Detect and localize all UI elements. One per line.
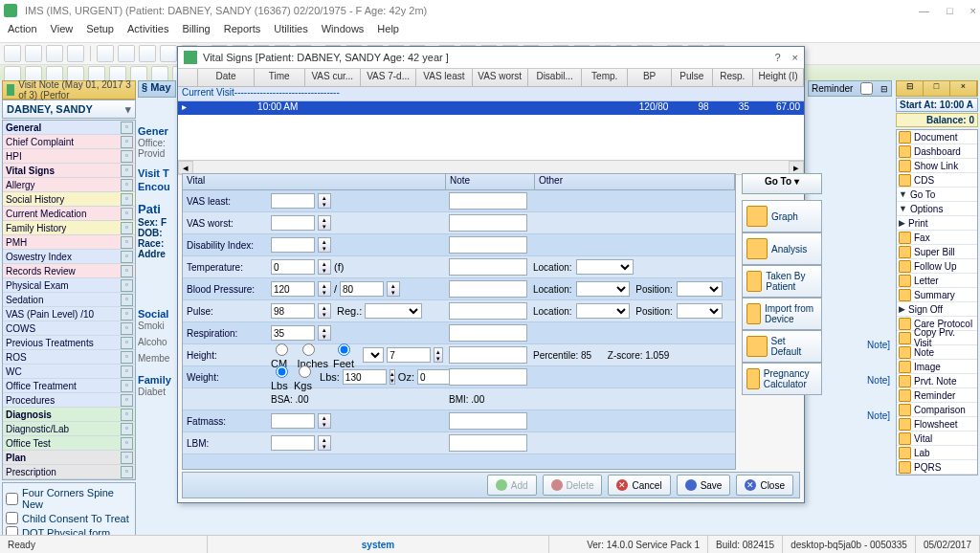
side-pregnancy-calculator[interactable]: Pregnancy Calculator <box>742 363 822 395</box>
action-cds[interactable]: CDS <box>897 173 977 188</box>
grid-col[interactable]: Height (I) <box>753 69 804 86</box>
nav-allergy[interactable]: Allergy▫ <box>3 178 135 192</box>
vital-input[interactable] <box>340 281 384 297</box>
nav-previous-treatments[interactable]: Previous Treatments▫ <box>3 336 135 350</box>
spinner-icon[interactable]: ▴▾ <box>318 193 331 209</box>
nav-expand-icon[interactable]: ▫ <box>121 122 133 134</box>
action-vital[interactable]: Vital <box>897 431 977 446</box>
cancel-button[interactable]: ✕Cancel <box>608 475 670 496</box>
menu-windows[interactable]: Windows <box>322 23 365 40</box>
side-analysis[interactable]: Analysis <box>742 232 822 265</box>
action-lab[interactable]: Lab <box>897 446 977 460</box>
grid-col[interactable]: Disabil... <box>528 69 583 86</box>
nav-expand-icon[interactable]: ▫ <box>121 222 133 234</box>
spinner-icon[interactable]: ▴▾ <box>318 237 331 253</box>
nav-general[interactable]: General▫ <box>3 121 135 135</box>
dialog-help[interactable]: ? <box>774 52 780 63</box>
nav-expand-icon[interactable]: ▫ <box>121 351 133 364</box>
note-input[interactable] <box>449 258 527 276</box>
action-flowsheet[interactable]: Flowsheet <box>897 417 977 431</box>
nav-expand-icon[interactable]: ▫ <box>121 409 133 421</box>
reminder-close-icon[interactable]: ⊟ <box>880 84 888 94</box>
nav-expand-icon[interactable]: ▫ <box>121 308 133 321</box>
unit-cm[interactable] <box>276 343 288 356</box>
toolbar-icon[interactable] <box>160 45 177 62</box>
nav-ros[interactable]: ROS▫ <box>3 350 135 365</box>
note-input[interactable] <box>449 192 527 210</box>
menu-view[interactable]: View <box>51 23 74 40</box>
nav-hpi[interactable]: HPI▫ <box>3 149 135 164</box>
menu-setup[interactable]: Setup <box>86 23 114 40</box>
action-show-link[interactable]: Show Link <box>897 159 977 173</box>
nav-expand-icon[interactable]: ▫ <box>121 150 133 163</box>
action-go-to[interactable]: ▼Go To <box>897 188 977 202</box>
nav-expand-icon[interactable]: ▫ <box>121 279 133 292</box>
nav-expand-icon[interactable]: ▫ <box>121 208 133 220</box>
action-comparison[interactable]: Comparison <box>897 403 977 417</box>
menu-utilities[interactable]: Utilities <box>274 23 307 40</box>
spinner-icon[interactable]: ▴▾ <box>318 281 331 297</box>
toolbar-icon[interactable] <box>46 45 63 62</box>
menu-help[interactable]: Help <box>377 23 399 40</box>
side-set-default[interactable]: Set Default <box>742 330 822 363</box>
grid-col[interactable]: VAS cur... <box>305 69 361 86</box>
dropdown[interactable] <box>677 281 723 297</box>
note-input[interactable] <box>449 346 527 364</box>
vital-input[interactable] <box>271 237 315 253</box>
spinner-icon[interactable]: ▴▾ <box>434 347 443 363</box>
dropdown[interactable] <box>576 259 634 275</box>
nav-records-review[interactable]: Records Review▫ <box>3 264 135 278</box>
nav-expand-icon[interactable]: ▫ <box>121 294 133 306</box>
delete-button[interactable]: Delete <box>543 475 603 496</box>
nav-expand-icon[interactable]: ▫ <box>121 165 133 177</box>
note-input[interactable] <box>449 434 527 452</box>
nav-procedures[interactable]: Procedures▫ <box>3 393 135 408</box>
nav-expand-icon[interactable]: ▫ <box>121 337 133 349</box>
grid-col[interactable] <box>178 69 198 86</box>
dropdown[interactable] <box>363 347 385 363</box>
action-reminder[interactable]: Reminder <box>897 388 977 403</box>
toolbar-icon[interactable] <box>4 45 21 62</box>
unit-kgs[interactable] <box>299 365 311 378</box>
grid-col[interactable]: Pulse <box>672 69 712 86</box>
grid-col[interactable]: Resp. <box>713 69 753 86</box>
horizontal-scrollbar[interactable]: ◂▸ <box>178 160 804 174</box>
nav-office-treatment[interactable]: Office Treatment▫ <box>3 379 135 393</box>
action-prvt-note[interactable]: Prvt. Note <box>897 374 977 388</box>
spinner-icon[interactable]: ▴▾ <box>318 325 331 341</box>
action-sign-off[interactable]: ▶Sign Off <box>897 302 977 317</box>
action-summary[interactable]: Summary <box>897 288 977 302</box>
grid-col[interactable]: Time <box>255 69 305 86</box>
dropdown[interactable] <box>576 303 630 319</box>
nav-physical-exam[interactable]: Physical Exam▫ <box>3 278 135 293</box>
nav-expand-icon[interactable]: ▫ <box>121 251 133 263</box>
nav-cows[interactable]: COWS▫ <box>3 321 135 336</box>
menu-action[interactable]: Action <box>8 23 37 40</box>
window-close[interactable]: × <box>970 5 976 16</box>
nav-expand-icon[interactable]: ▫ <box>121 193 133 206</box>
nav-expand-icon[interactable]: ▫ <box>121 179 133 191</box>
toolbar-icon[interactable] <box>25 45 42 62</box>
form-checkbox[interactable] <box>6 493 18 505</box>
vital-input[interactable] <box>271 193 315 209</box>
grid-col[interactable]: VAS least <box>416 69 472 86</box>
action-fax[interactable]: Fax <box>897 231 977 245</box>
vital-input[interactable] <box>343 369 387 385</box>
spinner-icon[interactable]: ▴▾ <box>387 281 400 297</box>
action-print[interactable]: ▶Print <box>897 216 977 231</box>
nav-expand-icon[interactable]: ▫ <box>121 136 133 148</box>
note-input[interactable] <box>449 324 527 342</box>
nav-current-medication[interactable]: Current Medication▫ <box>3 207 135 221</box>
nav-expand-icon[interactable]: ▫ <box>121 466 133 478</box>
vital-input[interactable] <box>271 303 315 319</box>
note-input[interactable] <box>449 236 527 254</box>
note-input[interactable] <box>449 412 527 430</box>
dropdown[interactable] <box>365 303 422 319</box>
note-input[interactable] <box>449 214 527 232</box>
nav-oswestry-index[interactable]: Oswestry Index▫ <box>3 250 135 264</box>
nav-expand-icon[interactable]: ▫ <box>121 322 133 335</box>
spinner-icon[interactable]: ▴▾ <box>318 413 331 429</box>
close-button[interactable]: ✕Close <box>736 475 793 496</box>
note-input[interactable] <box>449 302 527 320</box>
toolbar-icon[interactable] <box>139 45 156 62</box>
